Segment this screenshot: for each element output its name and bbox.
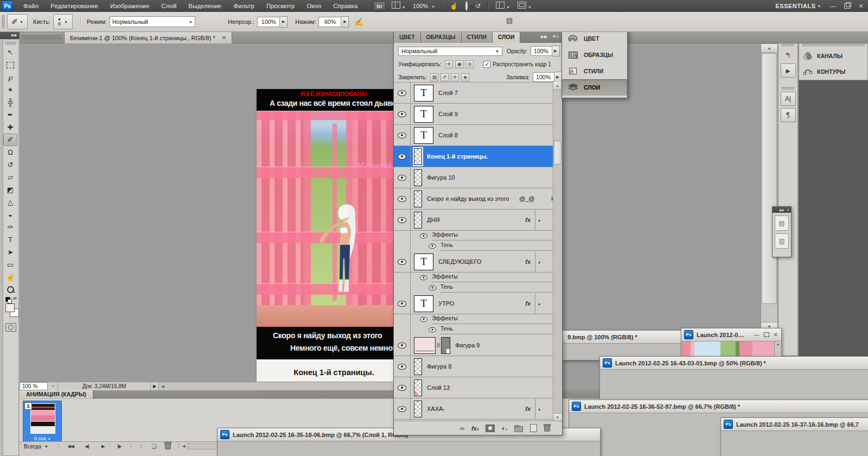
layer-thumbnail[interactable] xyxy=(414,169,422,186)
panel-button-styles[interactable]: fx СТИЛИ xyxy=(562,63,627,79)
actions-panel-icon[interactable]: ▶ xyxy=(781,64,796,78)
close-button[interactable]: ✕ xyxy=(854,1,868,11)
collapsed-panel-icon[interactable]: ▥ xyxy=(775,233,789,249)
rotate-view-icon[interactable]: ↺ xyxy=(475,2,481,10)
tween-icon[interactable]: ∵ xyxy=(135,444,148,449)
frames-scrollbar[interactable] xyxy=(187,443,221,449)
text-layer-thumbnail[interactable]: T xyxy=(414,295,433,312)
menu-item-3[interactable]: Слой xyxy=(155,0,182,12)
scrollbar-thumb[interactable] xyxy=(762,53,777,304)
default-colors-icon[interactable] xyxy=(5,297,10,302)
channels-panel-button[interactable]: КАНАЛЫ xyxy=(799,48,867,64)
bridge-button[interactable]: Br xyxy=(373,1,386,11)
layer-row-5[interactable]: Скоро я найду выход из этого @_@ Н... xyxy=(394,188,553,210)
spot-healing-brush-tool[interactable]: ✚ xyxy=(3,121,17,134)
layer-thumbnail[interactable] xyxy=(414,401,422,417)
unify-visibility-icon[interactable]: ◉ xyxy=(455,60,463,68)
quick-selection-tool[interactable]: ✶ xyxy=(3,84,17,96)
close-icon[interactable]: ✕ xyxy=(787,208,789,212)
zoom-level-dropdown[interactable]: 100% ▼ xyxy=(413,3,435,9)
flow-input[interactable]: 60% xyxy=(318,17,341,27)
adjustment-layer-icon[interactable]: ◐▾ xyxy=(502,425,507,432)
layer-row-9[interactable]: 8Фигура 9 xyxy=(394,335,553,356)
tab-swatches[interactable]: ОБРАЗЦЫ xyxy=(421,30,462,43)
layer-row-0[interactable]: TСлой 7 xyxy=(394,83,553,104)
mask-link-icon[interactable]: 8 xyxy=(437,342,440,349)
lock-pixels-icon[interactable]: ✐ xyxy=(441,73,449,81)
link-layers-icon[interactable]: ∞ xyxy=(459,425,464,432)
layer-name[interactable]: Слой 8 xyxy=(438,132,553,138)
canvas[interactable]: Я ЕЁ ИЗНАСИЛОВАЛА! А сзади нас всё время… xyxy=(257,89,411,387)
delete-layer-icon[interactable] xyxy=(544,425,550,432)
text-layer-thumbnail[interactable]: T xyxy=(414,106,433,123)
swap-colors-icon[interactable]: ⇄ xyxy=(13,296,17,301)
clone-stamp-tool[interactable]: Ω xyxy=(3,146,17,159)
vector-mask-thumbnail[interactable] xyxy=(441,337,450,354)
brush-preset-picker[interactable]: ●8 ▼ xyxy=(53,14,73,29)
window-launch-small[interactable]: Ps Launch 2012-02-... — ✕ ▲ xyxy=(681,328,782,360)
layer-effects-row[interactable]: Эффекты xyxy=(410,314,553,325)
layer-visibility-toggle[interactable] xyxy=(394,251,411,272)
layer-row-4[interactable]: Фигура 10 xyxy=(394,167,553,188)
layer-visibility-toggle[interactable] xyxy=(394,293,411,314)
quick-mask-button[interactable] xyxy=(5,323,16,332)
unify-style-icon[interactable]: ◎ xyxy=(465,60,474,68)
new-group-icon[interactable] xyxy=(514,426,523,432)
layer-opacity-input[interactable]: 100% xyxy=(531,46,552,56)
toolbox-collapse-header[interactable]: ▶▶ xyxy=(0,31,20,39)
hand-tool[interactable]: ☝ xyxy=(3,271,17,283)
add-layer-mask-icon[interactable] xyxy=(486,425,495,432)
shape-tool[interactable]: ▭ xyxy=(3,258,17,271)
gradient-tool[interactable]: ◩ xyxy=(3,183,17,196)
history-brush-tool[interactable]: ↺ xyxy=(3,159,17,171)
history-panel-icon[interactable]: ↰ xyxy=(781,48,795,61)
layer-visibility-toggle[interactable] xyxy=(394,377,411,398)
menu-item-6[interactable]: Просмотр xyxy=(260,0,301,12)
layer-thumbnail[interactable] xyxy=(414,379,422,396)
text-layer-thumbnail[interactable]: T xyxy=(414,85,433,102)
zoom-tool[interactable] xyxy=(3,283,17,296)
layer-effects-row[interactable]: Эффекты xyxy=(410,231,553,241)
panel-menu-icon[interactable]: ▼≡ xyxy=(552,34,559,39)
layer-name[interactable]: Фигура 10 xyxy=(427,174,553,181)
layer-name[interactable]: Слой 7 xyxy=(438,90,553,96)
layer-name[interactable]: Слой 13 xyxy=(427,384,553,391)
layer-thumbnail[interactable] xyxy=(414,148,422,165)
menu-item-1[interactable]: Редактирование xyxy=(44,0,104,12)
layer-visibility-toggle[interactable] xyxy=(394,210,411,230)
screen-mode-icon[interactable]: ▼ xyxy=(518,2,532,10)
lock-transparency-icon[interactable]: ▨ xyxy=(430,73,438,81)
collapsed-panel-icon[interactable]: ▤ xyxy=(775,216,789,231)
layer-row-8[interactable]: TУТРОfx▲ xyxy=(394,293,553,314)
eyedropper-tool[interactable]: ✒ xyxy=(3,109,17,121)
next-frame-button[interactable]: |▶ xyxy=(111,444,127,449)
layer-shadow-row[interactable]: Тень xyxy=(410,325,553,335)
dodge-tool[interactable]: ◒ xyxy=(3,208,17,221)
background-window-scrollbar[interactable]: ▲ ▼ xyxy=(761,43,778,331)
window-launch-1637[interactable]: Ps Launch 2012-02-25 16-37-16-16.bmp @ 6… xyxy=(720,417,868,456)
blend-mode-select[interactable]: Нормальный▼ xyxy=(110,16,195,27)
paths-panel-button[interactable]: КОНТУРЫ xyxy=(799,64,867,79)
menu-item-0[interactable]: Файл xyxy=(17,0,44,12)
animation-frame-1[interactable]: 1 0 сек.▼ xyxy=(23,401,62,443)
opacity-spinner[interactable]: ▶ xyxy=(552,46,560,56)
layer-name[interactable]: Фигура 9 xyxy=(455,342,553,349)
expand-icon[interactable]: ▶▶ xyxy=(780,208,784,212)
tab-close-icon[interactable]: ✕ xyxy=(222,35,226,41)
layer-visibility-toggle[interactable] xyxy=(394,398,411,419)
tab-color[interactable]: ЦВЕТ xyxy=(394,30,421,43)
crop-tool[interactable]: ╬ xyxy=(3,96,17,109)
document-tab[interactable]: Безимени-1 @ 100% (Конец 1-й страницы., … xyxy=(64,31,232,43)
menu-item-2[interactable]: Изображение xyxy=(104,0,155,12)
window-minimize-icon[interactable]: — xyxy=(754,332,760,338)
fill-spinner[interactable]: ▶ xyxy=(554,72,562,83)
status-flyout-arrow[interactable]: ▶ xyxy=(153,384,156,389)
layer-row-2[interactable]: TСлой 8 xyxy=(394,125,553,146)
scroll-left-arrow[interactable]: ◀ xyxy=(182,444,185,448)
blend-mode-select[interactable]: Нормальный▼ xyxy=(398,47,502,56)
layer-style-icon[interactable]: fx▾ xyxy=(471,425,478,432)
scrollbar-thumb[interactable] xyxy=(554,141,561,164)
scroll-down-arrow[interactable]: ▼ xyxy=(553,413,561,421)
tool-preset-picker[interactable]: ✐▼ xyxy=(7,14,28,29)
opacity-spinner[interactable]: ▶ xyxy=(280,16,288,28)
